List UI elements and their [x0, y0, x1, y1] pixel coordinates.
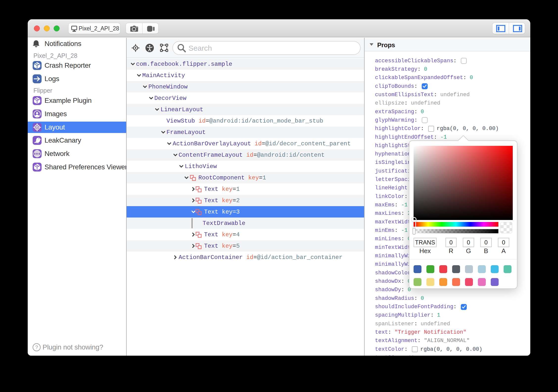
svg-text:?: ? [35, 345, 38, 350]
